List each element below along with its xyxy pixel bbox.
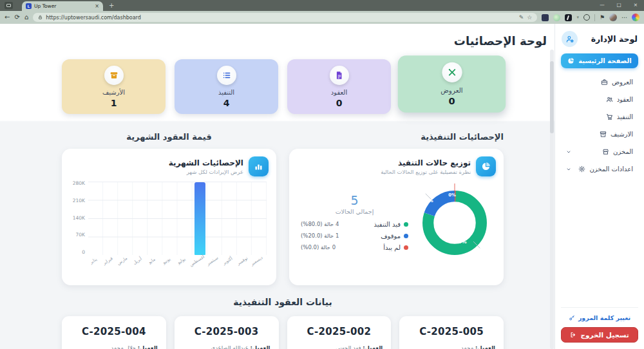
sidebar-item-warehouse-settings[interactable]: اعدادات المخزن [561, 161, 638, 177]
browser-window: L Up Tower × + — □ × ← ⟳ ⌂ https://uptow… [0, 0, 644, 349]
cart-icon [606, 113, 613, 120]
donut-title: توزيع حالات التنفيذ [381, 158, 471, 167]
sidebar-item-label: اعدادات المخزن [589, 165, 633, 173]
legend-dot-red [404, 245, 408, 250]
briefcase-icon [601, 79, 608, 86]
store-icon [602, 148, 609, 155]
plot-area: يناير فبراير مارس أبريل مايو يونيو يوليو… [88, 182, 267, 272]
toolbar-divider [594, 14, 595, 21]
donut-label-80: 80% [455, 239, 467, 245]
maximize-button[interactable]: □ [611, 0, 627, 10]
scrollbar-thumb[interactable] [550, 61, 554, 133]
bar-panel: الإحصائيات الشهرية عرض الإيرادات لكل شهر… [62, 149, 276, 285]
sidebar-divider [561, 307, 638, 308]
section-title-execution-stats: الإحصائيات التنفيذية [289, 132, 504, 142]
sidebar-item-offers[interactable]: العروض [561, 74, 638, 90]
browser-assistant-icon[interactable] [632, 14, 639, 21]
stat-value: 1 [62, 98, 166, 108]
donut-body: 80% 20% 0% 5 إجمالي الحالات قيد [297, 182, 496, 267]
sidebar-item-execution[interactable]: التنفيذ [561, 109, 638, 125]
section-title-contracts-data: بيانات العقود التنفيذية [62, 296, 504, 308]
charts-row: الإحصائيات التنفيذية توزيع حالات التنفيذ… [62, 132, 504, 285]
sidebar-item-archive[interactable]: الارشيف [561, 126, 638, 142]
archive-box-icon [104, 66, 124, 85]
stat-card-contracts[interactable]: العقود 0 [287, 59, 391, 114]
legend-row: لم يبدأ 0 حالة (%0.0) [301, 244, 408, 251]
stat-label: الأرشيف [62, 89, 166, 97]
sidebar-item-contracts[interactable]: العقود [561, 91, 638, 108]
stat-card-offers[interactable]: العروض 0 [398, 55, 506, 112]
extension-icon[interactable] [565, 14, 572, 21]
list-icon [217, 66, 236, 85]
password-manager-icon[interactable]: ✎ [519, 15, 524, 21]
sidebar-item-label: الصفحة الرئيسية [578, 57, 632, 64]
legend-dot-green [404, 222, 408, 227]
donut-chart: 80% 20% 0% [413, 182, 496, 267]
reload-button[interactable]: ⟳ [14, 14, 19, 21]
page-title: لوحة الإحصائيات [8, 33, 547, 50]
stat-label: العروض [398, 86, 506, 94]
contract-card: C-2025-003 العميل: عبدالله الصاعدي [175, 316, 279, 349]
stats-row: العروض 0 العقود 0 التنفيذ [62, 59, 504, 114]
tab-search-button[interactable] [5, 2, 13, 9]
url-text: https://uptowersaudi.com/dashboard [46, 15, 516, 21]
back-button[interactable]: ← [5, 14, 10, 21]
browser-tab[interactable]: L Up Tower × [22, 1, 103, 11]
logout-icon [570, 332, 576, 338]
extension-icon[interactable] [553, 14, 560, 21]
extensions-chevron-icon[interactable]: ▾ [576, 15, 579, 20]
contract-client: العميل: فهد الجهني [296, 344, 383, 349]
x-axis: يناير فبراير مارس أبريل مايو يونيو يوليو… [88, 258, 267, 272]
stat-card-execution[interactable]: التنفيذ 4 [175, 59, 278, 114]
tab-close-icon[interactable]: × [95, 4, 99, 9]
close-button[interactable]: × [627, 0, 644, 10]
site-favicon: L [26, 3, 32, 9]
legend-value: 4 حالة (%80.0) [301, 221, 339, 227]
browser-menu-button[interactable]: ⋯ [621, 15, 627, 21]
section-title-monthly-contracts: قيمة العقود الشهرية [62, 132, 276, 142]
plot-grid [88, 182, 267, 255]
donut-label-20: 20% [421, 198, 433, 203]
contract-number: C-2025-005 [408, 326, 495, 337]
admin-user-cog-icon [562, 31, 578, 47]
tools-icon [442, 62, 462, 82]
contract-card: C-2025-002 العميل: فهد الجهني [287, 316, 392, 349]
minimize-button[interactable]: — [594, 0, 611, 10]
donut-stats: 5 إجمالي الحالات قيد التنفيذ 4 حالة (%80… [297, 193, 411, 256]
contract-number: C-2025-004 [70, 326, 158, 337]
donut-label-0: 0% [448, 193, 456, 198]
sidebar-item-warehouse[interactable]: المخزن [561, 144, 638, 160]
pie-chart-icon [476, 156, 496, 176]
legend-row: موقوف 1 حالة (%20.0) [301, 232, 408, 240]
browser-action-icon[interactable] [583, 14, 590, 21]
chevron-down-icon [566, 167, 571, 172]
users-icon [606, 96, 613, 103]
bookmark-star-icon[interactable]: ☆ [527, 15, 532, 21]
sidebar-header: لوحة الإدارة [561, 30, 638, 53]
profile-avatar[interactable] [609, 14, 617, 21]
gear-icon [578, 165, 585, 173]
total-cases-value: 5 [301, 193, 408, 207]
address-bar[interactable]: https://uptowersaudi.com/dashboard ✎ ☆ [33, 13, 537, 22]
stat-label: التنفيذ [175, 89, 278, 97]
vertical-scrollbar[interactable] [550, 50, 554, 349]
contract-client: العميل: محمد [408, 344, 495, 349]
sidebar-item-label: المخزن [613, 148, 633, 155]
legend-name: موقوف [381, 232, 408, 240]
stat-value: 0 [287, 98, 391, 108]
sidebar-item-home[interactable]: الصفحة الرئيسية [561, 53, 638, 68]
bar-title: الإحصائيات الشهرية [169, 158, 243, 167]
contract-number: C-2025-003 [183, 326, 270, 337]
sidebar-footer: تغيير كلمة المرور تسجيل الخروج [561, 302, 638, 343]
logout-button[interactable]: تسجيل الخروج [561, 327, 638, 343]
sidebar-nav: الصفحة الرئيسية العروض العقود [561, 53, 638, 178]
change-password-link[interactable]: تغيير كلمة المرور [561, 312, 638, 327]
bar-panel-header: الإحصائيات الشهرية عرض الإيرادات لكل شهر [70, 156, 269, 176]
flag-icon[interactable]: ⚑ [600, 15, 605, 21]
stat-card-archive[interactable]: الأرشيف 1 [62, 59, 166, 114]
extension-icon[interactable] [542, 14, 549, 21]
tab-search-icon [6, 4, 11, 7]
bar-aug [194, 182, 205, 255]
new-tab-button[interactable]: + [109, 3, 114, 9]
home-button[interactable]: ⌂ [24, 14, 28, 21]
